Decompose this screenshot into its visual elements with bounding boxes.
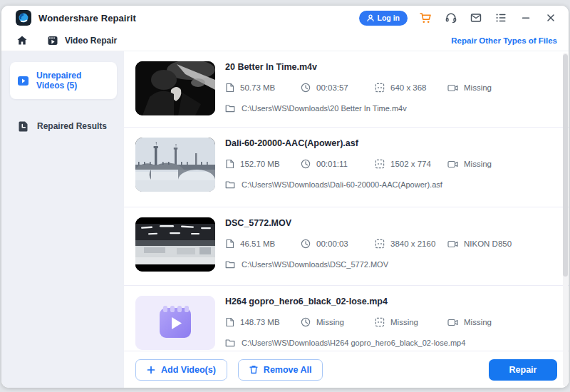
sidebar-item-label: Unrepaired Videos (5) (36, 71, 110, 91)
camera-icon (447, 318, 458, 327)
video-resolution: 1502 x 774 (375, 159, 447, 169)
user-icon (367, 14, 374, 22)
video-info: H264 gopro_hero6_black_02-lose.mp4 148.7… (225, 296, 492, 350)
video-path: C:\Users\WS\Downloads\H264 gopro_hero6_b… (225, 339, 492, 347)
file-icon (225, 159, 234, 169)
clock-icon (301, 159, 311, 169)
remove-all-label: Remove All (264, 365, 312, 375)
file-icon (225, 83, 234, 93)
camera-model: NIKON D850 (447, 239, 512, 249)
video-row[interactable]: 20 Better In Time.m4v 50.73 MB 00:03:57 (124, 51, 569, 128)
scrollbar-thumb[interactable] (563, 54, 568, 277)
duration-value: 00:03:57 (316, 83, 348, 92)
resolution-value: 3840 x 2160 (390, 239, 435, 248)
video-duration: 00:03:57 (301, 83, 375, 93)
duration-value: 00:01:11 (316, 160, 348, 168)
video-path: C:\Users\WS\Downloads\DSC_5772.MOV (225, 260, 512, 269)
play-video-icon (17, 75, 29, 87)
file-size-value: 46.51 MB (240, 239, 275, 248)
path-value: C:\Users\WS\Downloads\DSC_5772.MOV (242, 260, 388, 269)
video-list: 20 Better In Time.m4v 50.73 MB 00:03:57 (124, 51, 569, 351)
content-area: Unrepaired Videos (5) Repaired Results (1, 51, 569, 388)
repair-button[interactable]: Repair (489, 359, 557, 381)
clock-icon (301, 317, 311, 327)
nav-video-repair[interactable]: Video Repair (47, 35, 117, 46)
title-bar: Wondershare Repairit Log in (1, 6, 569, 30)
camera-icon (447, 239, 458, 249)
video-info: 20 Better In Time.m4v 50.73 MB 00:03:57 (225, 61, 492, 127)
resolution-icon (375, 159, 385, 169)
file-size: 152.70 MB (225, 159, 301, 169)
sidebar: Unrepaired Videos (5) Repaired Results (1, 51, 124, 388)
video-thumbnail-office (135, 217, 215, 272)
video-title: 20 Better In Time.m4v (225, 62, 492, 72)
repair-other-types-link[interactable]: Repair Other Types of Files (451, 36, 557, 45)
video-row[interactable]: DSC_5772.MOV 46.51 MB 00:00:03 (124, 207, 569, 286)
file-size-value: 152.70 MB (240, 160, 280, 168)
app-window: Wondershare Repairit Log in (1, 6, 569, 388)
repaired-results-icon (18, 120, 29, 132)
menu-list-icon[interactable] (494, 11, 507, 25)
folder-icon (225, 104, 235, 113)
camera-icon (447, 83, 458, 93)
video-repair-icon (47, 35, 58, 46)
resolution-value: 1502 x 774 (390, 160, 431, 168)
file-size-value: 148.73 MB (240, 318, 280, 326)
nav-bar: Video Repair Repair Other Types of Files (1, 30, 569, 51)
file-size-value: 50.73 MB (240, 83, 275, 92)
video-title: Dali-60-20000-AAC(Apower).asf (225, 138, 492, 148)
video-resolution: 640 x 368 (375, 83, 447, 93)
login-button[interactable]: Log in (359, 11, 408, 26)
video-info: Dali-60-20000-AAC(Apower).asf 152.70 MB … (225, 138, 492, 207)
file-icon (225, 239, 234, 249)
file-size: 50.73 MB (225, 83, 301, 93)
video-row[interactable]: H264 gopro_hero6_black_02-lose.mp4 148.7… (124, 286, 569, 350)
clock-icon (301, 239, 311, 249)
camera-value: Missing (464, 83, 492, 92)
video-meta: 152.70 MB 00:01:11 1502 x 774 (225, 159, 492, 169)
resolution-icon (375, 83, 385, 93)
video-resolution: Missing (375, 317, 447, 327)
folder-icon (225, 180, 235, 189)
path-value: C:\Users\WS\Downloads\Dali-60-20000-AAC(… (242, 180, 442, 189)
camera-model: Missing (447, 83, 492, 93)
add-videos-button[interactable]: Add Video(s) (135, 359, 227, 381)
home-icon[interactable] (16, 35, 28, 46)
close-icon[interactable] (544, 11, 557, 25)
trash-icon (249, 365, 258, 374)
video-duration: 00:01:11 (301, 159, 375, 169)
camera-model: Missing (447, 318, 492, 327)
headset-icon[interactable] (444, 11, 457, 25)
duration-value: Missing (316, 318, 344, 326)
plus-icon (147, 366, 155, 374)
video-duration: 00:00:03 (301, 239, 375, 249)
video-title: H264 gopro_hero6_black_02-lose.mp4 (225, 296, 492, 306)
path-value: C:\Users\WS\Downloads\H264 gopro_hero6_b… (242, 339, 465, 347)
video-row[interactable]: Dali-60-20000-AAC(Apower).asf 152.70 MB … (124, 128, 569, 207)
camera-value: Missing (464, 160, 492, 168)
repairit-logo-icon (16, 10, 31, 26)
login-label: Log in (378, 14, 400, 22)
folder-icon (225, 339, 235, 347)
video-path: C:\Users\WS\Downloads\20 Better In Time.… (225, 104, 492, 113)
file-size: 46.51 MB (225, 239, 301, 249)
duration-value: 00:00:03 (316, 239, 348, 248)
resolution-value: Missing (390, 318, 418, 326)
scrollbar-track[interactable] (563, 53, 568, 386)
camera-icon (447, 160, 458, 169)
sidebar-item-unrepaired-videos[interactable]: Unrepaired Videos (5) (10, 62, 117, 99)
sidebar-item-repaired-results[interactable]: Repaired Results (1, 116, 124, 136)
video-meta: 50.73 MB 00:03:57 640 x 368 (225, 83, 492, 93)
file-size: 148.73 MB (225, 317, 301, 327)
minimize-icon[interactable] (519, 11, 532, 25)
nav-section-label: Video Repair (65, 36, 117, 46)
cart-icon[interactable] (419, 11, 432, 25)
resolution-icon (375, 239, 385, 249)
file-icon (225, 317, 234, 327)
video-resolution: 3840 x 2160 (375, 239, 447, 249)
footer-bar: Add Video(s) Remove All Repair (124, 351, 569, 388)
mail-icon[interactable] (469, 11, 482, 25)
folder-icon (225, 260, 235, 269)
remove-all-button[interactable]: Remove All (238, 359, 323, 381)
camera-value: Missing (464, 318, 492, 326)
